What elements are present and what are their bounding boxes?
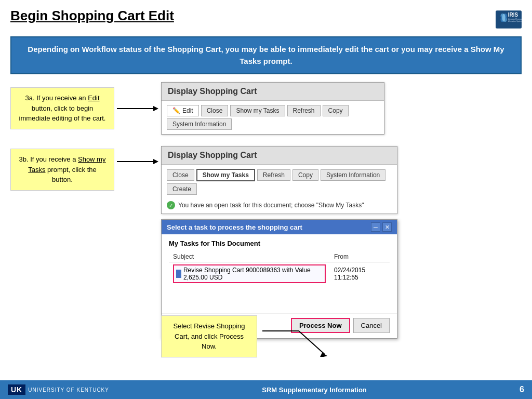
task-dialog-body: My Tasks for This Document Subject From <box>162 234 397 313</box>
panel-3b-body: Close Show my Tasks Refresh Copy System … <box>162 165 397 199</box>
footer-page-number: 6 <box>520 385 524 394</box>
section-3b: 3b. If you receive a Show my Tasks promp… <box>10 146 522 339</box>
footer-university-text: UNIVERSITY OF KENTUCKY <box>28 387 109 393</box>
task-table: Subject From Revise Shopping Cart <box>169 251 390 308</box>
panel-3a-body: ✏️ Edit Close Show my Tasks Refresh Copy… <box>162 101 384 134</box>
check-icon: ✓ <box>167 201 175 209</box>
svg-text:Information System: Information System <box>508 20 522 22</box>
system-information-button-3b[interactable]: System Information <box>321 169 385 181</box>
svg-marker-10 <box>153 159 158 164</box>
arrow-bottom <box>257 315 340 357</box>
iris-logo: IRIS Integrated Resource Information Sys… <box>496 8 522 31</box>
refresh-button-3b[interactable]: Refresh <box>257 169 290 181</box>
task-from-cell: 02/24/2015 11:12:55 <box>330 262 390 286</box>
task-dialog-header: Select a task to process the shopping ca… <box>162 220 397 234</box>
header: Begin Shopping Cart Edit IRIS Integrated… <box>10 8 522 31</box>
table-row-empty2 <box>169 297 390 308</box>
show-my-tasks-button-3a[interactable]: Show my Tasks <box>230 105 285 116</box>
from-header: From <box>330 251 390 262</box>
svg-text:IRIS: IRIS <box>508 12 518 18</box>
refresh-button-3a[interactable]: Refresh <box>287 105 321 116</box>
system-information-button-3a[interactable]: System Information <box>167 118 232 130</box>
edit-button[interactable]: ✏️ Edit <box>167 105 199 116</box>
panel-3a-header: Display Shopping Cart <box>162 83 384 101</box>
dialog-header-buttons: ─ ✕ <box>371 222 392 232</box>
close-button-3b[interactable]: Close <box>167 169 194 181</box>
subject-header: Subject <box>169 251 330 262</box>
callout-3b: 3b. If you receive a Show my Tasks promp… <box>10 149 114 191</box>
show-my-tasks-button-3b[interactable]: Show my Tasks <box>196 169 255 181</box>
table-row[interactable]: Revise Shopping Cart 9000089363 with Val… <box>169 262 390 286</box>
panel-3b-header: Display Shopping Cart <box>162 147 397 165</box>
arrow-3b <box>114 146 161 177</box>
task-message: ✓ You have an open task for this documen… <box>162 199 397 214</box>
right-panels: Display Shopping Cart Close Show my Task… <box>161 146 397 339</box>
uk-logo: UK <box>8 384 25 395</box>
footer: UK UNIVERSITY OF KENTUCKY SRM Supplement… <box>0 380 532 399</box>
table-row-empty1 <box>169 285 390 297</box>
svg-point-3 <box>502 14 506 22</box>
bottom-callout: Select Revise Shopping Cart, and click P… <box>161 315 257 357</box>
close-button-3a[interactable]: Close <box>201 105 229 116</box>
svg-text:Integrated Resource: Integrated Resource <box>508 18 522 20</box>
panel-3a: Display Shopping Cart ✏️ Edit Close Show… <box>161 82 384 135</box>
section-3a: 3a. If you receive an Edit button, click… <box>10 82 522 135</box>
panel-3b: Display Shopping Cart Close Show my Task… <box>161 146 397 214</box>
bottom-callout-area: Select Revise Shopping Cart, and click P… <box>161 315 522 357</box>
page-title: Begin Shopping Cart Edit <box>10 8 174 24</box>
copy-button-3a[interactable]: Copy <box>323 105 349 116</box>
task-subject-text: Revise Shopping Cart 9000089363 with Val… <box>183 267 323 281</box>
content-area: 3a. If you receive an Edit button, click… <box>10 82 522 357</box>
create-button-3b[interactable]: Create <box>167 183 197 195</box>
copy-button-3b[interactable]: Copy <box>292 169 318 181</box>
svg-marker-8 <box>153 106 158 111</box>
task-subject-cell[interactable]: Revise Shopping Cart 9000089363 with Val… <box>169 262 330 286</box>
task-dialog-subtitle: My Tasks for This Document <box>169 240 390 247</box>
page: Begin Shopping Cart Edit IRIS Integrated… <box>0 0 532 399</box>
footer-center-text: SRM Supplementary Information <box>262 386 367 394</box>
arrow-3a <box>114 93 161 124</box>
edit-pencil-icon: ✏️ <box>172 107 180 114</box>
task-color-indicator <box>176 270 181 278</box>
blue-banner: Depending on Workflow status of the Shop… <box>10 36 522 74</box>
footer-logo: UK UNIVERSITY OF KENTUCKY <box>8 384 109 395</box>
close-dialog-button[interactable]: ✕ <box>382 222 392 232</box>
minimize-button[interactable]: ─ <box>371 222 380 232</box>
callout-3a: 3a. If you receive an Edit button, click… <box>10 87 114 129</box>
